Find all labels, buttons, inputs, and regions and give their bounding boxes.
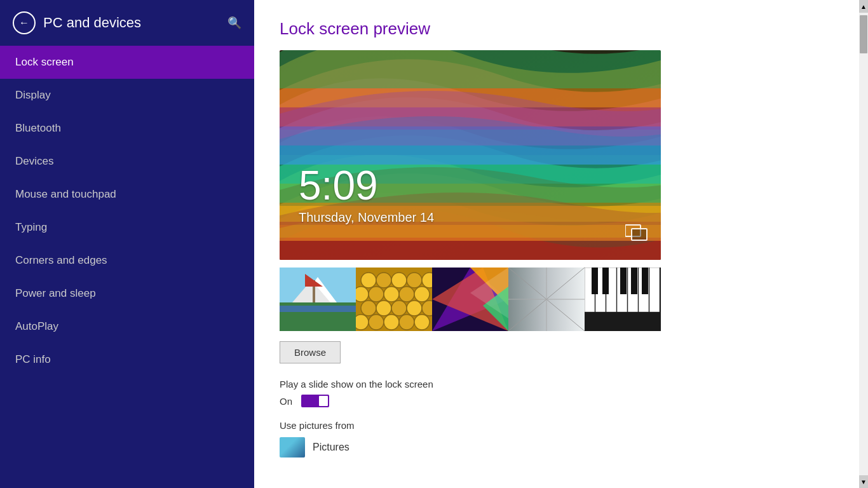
svg-point-16 — [356, 287, 369, 302]
lock-screen-preview: 5:09 Thursday, November 14 — [280, 50, 661, 260]
thumbnail-honeycomb[interactable] — [356, 268, 432, 331]
svg-rect-59 — [642, 268, 648, 294]
svg-point-21 — [361, 301, 376, 316]
sidebar-item-mouse-touchpad[interactable]: Mouse and touchpad — [0, 178, 254, 211]
lock-date: Thursday, November 14 — [299, 210, 434, 225]
svg-rect-54 — [649, 268, 660, 312]
sidebar-item-pc-info[interactable]: PC info — [0, 343, 254, 376]
sidebar-title: PC and devices — [43, 15, 141, 31]
screen-duplicate-icon — [625, 222, 648, 247]
svg-rect-2 — [632, 229, 647, 240]
svg-point-29 — [399, 315, 414, 330]
svg-point-14 — [407, 273, 422, 288]
sidebar-header: ← PC and devices 🔍 — [0, 0, 254, 46]
main-content: Lock screen preview — [254, 0, 868, 488]
svg-rect-60 — [585, 312, 661, 331]
sidebar-item-lock-screen[interactable]: Lock screen — [0, 46, 254, 79]
pictures-source-name: Pictures — [313, 442, 349, 453]
svg-rect-56 — [602, 268, 609, 294]
slideshow-label: Play a slide show on the lock screen — [280, 379, 843, 390]
sidebar-item-autoplay[interactable]: AutoPlay — [0, 310, 254, 343]
svg-point-13 — [391, 273, 407, 288]
svg-point-19 — [399, 287, 414, 302]
svg-rect-55 — [592, 268, 598, 294]
svg-point-26 — [356, 315, 369, 330]
use-pictures-label: Use pictures from — [280, 420, 843, 431]
scrollbar[interactable]: ▲ ▼ — [859, 0, 868, 488]
sidebar-item-devices[interactable]: Devices — [0, 145, 254, 178]
svg-point-30 — [414, 315, 430, 330]
svg-point-28 — [384, 315, 399, 330]
toggle-on-label: On — [280, 396, 292, 407]
svg-point-12 — [376, 273, 391, 288]
thumbnail-geometric[interactable] — [432, 268, 508, 331]
sidebar-item-power-sleep[interactable]: Power and sleep — [0, 277, 254, 310]
search-icon[interactable]: 🔍 — [227, 16, 241, 30]
page-title: Lock screen preview — [280, 19, 843, 39]
toggle-row: On — [280, 395, 843, 407]
back-button[interactable]: ← — [13, 11, 36, 34]
svg-point-27 — [369, 315, 384, 330]
svg-rect-7 — [280, 306, 356, 312]
svg-point-24 — [407, 301, 422, 316]
sidebar-item-corners-edges[interactable]: Corners and edges — [0, 244, 254, 277]
scroll-up-button[interactable]: ▲ — [859, 0, 868, 13]
svg-point-23 — [391, 301, 407, 316]
lock-screen-background — [280, 50, 661, 260]
svg-point-17 — [369, 287, 384, 302]
browse-button[interactable]: Browse — [280, 341, 341, 363]
scroll-down-button[interactable]: ▼ — [859, 475, 868, 488]
toggle-switch[interactable] — [301, 395, 329, 407]
pictures-folder-icon — [280, 437, 305, 458]
thumbnail-piano[interactable] — [585, 268, 661, 331]
sidebar-item-display[interactable]: Display — [0, 79, 254, 112]
thumbnail-strip — [280, 268, 661, 331]
sidebar-item-typing[interactable]: Typing — [0, 211, 254, 244]
sidebar: ← PC and devices 🔍 Lock screen Display B… — [0, 0, 254, 488]
svg-point-22 — [376, 301, 391, 316]
toggle-thumb — [319, 396, 328, 406]
thumbnail-mountain[interactable] — [280, 268, 356, 331]
svg-point-20 — [414, 287, 430, 302]
svg-rect-58 — [631, 268, 637, 294]
svg-rect-57 — [620, 268, 627, 294]
scroll-thumb[interactable] — [860, 15, 867, 53]
pictures-row: Pictures — [280, 437, 843, 458]
lock-time: 5:09 — [299, 162, 378, 209]
svg-point-11 — [361, 273, 376, 288]
svg-point-18 — [384, 287, 399, 302]
sidebar-item-bluetooth[interactable]: Bluetooth — [0, 112, 254, 145]
thumbnail-corridor[interactable] — [508, 268, 585, 331]
